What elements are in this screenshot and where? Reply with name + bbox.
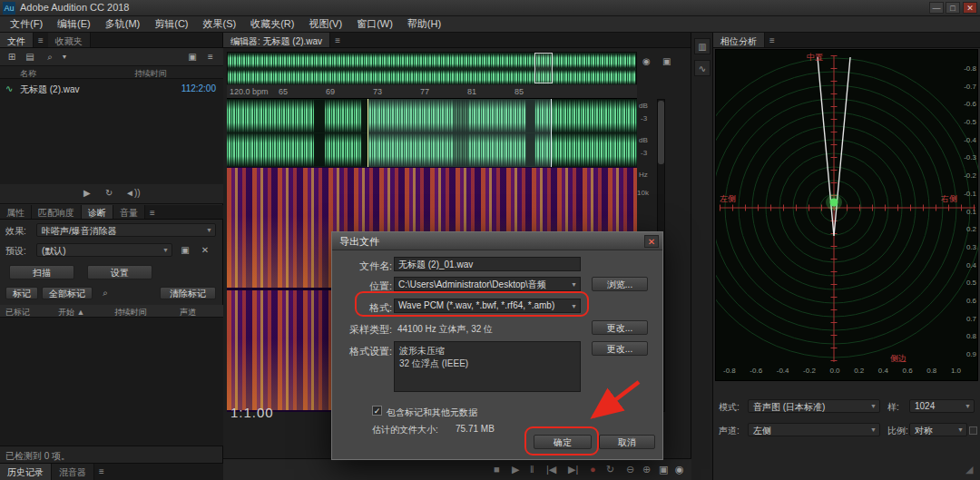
samples-select[interactable]: 1024 ▼: [909, 399, 975, 413]
chevron-down-icon: ▼: [957, 426, 964, 433]
format-label: 格式:: [336, 301, 392, 315]
maximize-button[interactable]: □: [946, 2, 960, 14]
files-panel: 文件 ≡ 收藏夹 ⊞ ▤ ⌕ ▼ ▣ ≡ 名称 持续时间 ∿ 无标题 (2).w…: [0, 33, 223, 480]
zoom-full-icon[interactable]: ◉: [675, 464, 684, 475]
dialog-close-icon[interactable]: ✕: [644, 235, 659, 248]
zoom-selection-icon[interactable]: ▣: [659, 464, 668, 475]
minimize-button[interactable]: —: [929, 2, 944, 14]
skip-back-icon[interactable]: |◀: [546, 464, 556, 475]
menu-item-1[interactable]: 文件(F): [4, 15, 49, 33]
zoom-in-icon[interactable]: ⊕: [642, 464, 651, 475]
waveform-silence-gap: [314, 133, 325, 166]
overview-view-indicator[interactable]: [534, 53, 553, 83]
settings-button[interactable]: 设置: [87, 265, 152, 279]
diagnostics-list[interactable]: [0, 318, 223, 446]
phase-y-axis: -0.8-0.7-0.6-0.5-0.4-0.3-0.2-0.10.10.20.…: [962, 64, 976, 358]
vertical-scrollbar-handle[interactable]: [658, 101, 664, 164]
panel-menu-icon[interactable]: ≡: [330, 33, 345, 47]
panel-menu-icon[interactable]: ≡: [34, 33, 48, 47]
pause-icon[interactable]: ‖: [530, 464, 534, 475]
change-sample-type-button[interactable]: 更改...: [592, 320, 648, 335]
search-dropdown-icon[interactable]: ▼: [57, 51, 72, 64]
loop-icon[interactable]: ↻: [105, 188, 113, 198]
play-icon[interactable]: ▶: [512, 464, 519, 475]
mode-select[interactable]: 音声图 (日本标准) ▼: [748, 399, 880, 413]
menu-item-9[interactable]: 帮助(H): [401, 15, 447, 33]
skip-forward-icon[interactable]: ▶|: [568, 464, 578, 475]
include-markers-checkbox[interactable]: ✓: [372, 406, 382, 416]
menu-item-6[interactable]: 收藏夹(R): [244, 15, 300, 33]
close-button[interactable]: ✕: [963, 2, 977, 14]
open-folder-icon[interactable]: ▤: [23, 51, 37, 64]
save-preset-icon[interactable]: ▣: [178, 244, 192, 257]
menu-item-3[interactable]: 多轨(M): [99, 15, 147, 33]
file-row[interactable]: ∿ 无标题 (2).wav 112:2:00: [0, 83, 223, 96]
search-marks-icon[interactable]: ⌕: [98, 287, 113, 299]
browse-button[interactable]: 浏览...: [592, 277, 648, 291]
import-file-icon[interactable]: ⊞: [5, 51, 19, 64]
tab-phase-analysis[interactable]: 相位分析: [713, 33, 765, 47]
volume-icon[interactable]: ◄)): [125, 188, 141, 198]
menu-item-8[interactable]: 窗口(W): [350, 15, 399, 33]
loop-playback-icon[interactable]: ↻: [606, 464, 614, 475]
menu-item-4[interactable]: 剪辑(C): [148, 15, 194, 33]
delete-preset-icon[interactable]: ✕: [198, 244, 212, 257]
tools-tab-2[interactable]: 匹配响度: [32, 205, 82, 219]
tab-files[interactable]: 文件: [0, 33, 34, 47]
file-name: 无标题 (2).wav: [20, 83, 80, 96]
change-format-settings-button[interactable]: 更改...: [592, 341, 648, 356]
ok-button[interactable]: 确定: [534, 435, 592, 449]
tab-favorites[interactable]: 收藏夹: [48, 33, 91, 47]
amplitude-statistics-icon[interactable]: ∿: [694, 60, 710, 76]
zoom-out-icon[interactable]: ⊖: [626, 464, 634, 475]
tools-tab-3[interactable]: 诊断: [82, 205, 113, 219]
channel-value: 左侧: [753, 426, 771, 436]
mark-all-button[interactable]: 全部标记: [42, 287, 93, 299]
tab-history[interactable]: 历史记录: [0, 464, 52, 480]
location-select[interactable]: C:\Users\Administrator\Desktop\音频 ▼: [394, 277, 581, 291]
phase-y-label-13: 0.5: [962, 279, 976, 287]
preset-select[interactable]: (默认) ▼: [36, 243, 172, 257]
panel-menu-icon[interactable]: ≡: [94, 464, 109, 480]
menu-item-2[interactable]: 编辑(E): [51, 15, 97, 33]
menu-item-5[interactable]: 效果(S): [197, 15, 243, 33]
toolbar-menu-icon[interactable]: ≡: [203, 51, 218, 64]
phase-y-label-6: -0.3: [962, 153, 976, 162]
tab-editor[interactable]: 编辑器: 无标题 (2).wav: [223, 33, 330, 47]
clear-marks-button[interactable]: 清除标记: [160, 287, 216, 299]
tools-tab-4[interactable]: 音量: [113, 205, 145, 219]
scale-select[interactable]: 对称 ▼: [909, 423, 967, 436]
play-icon[interactable]: ▶: [83, 188, 91, 198]
record-icon[interactable]: ●: [590, 464, 596, 475]
phase-option-checkbox[interactable]: [969, 426, 977, 435]
scan-button[interactable]: 扫描: [9, 265, 74, 279]
db-scale-value: -3: [641, 149, 647, 157]
format-settings-line2: 32 位浮点 (IEEE): [399, 358, 575, 370]
overview-waveform[interactable]: [227, 52, 637, 84]
cancel-button[interactable]: 取消: [599, 435, 655, 449]
insert-multitrack-icon[interactable]: ▣: [185, 51, 200, 64]
phase-y-label-17: 0.9: [962, 350, 976, 358]
frequency-analysis-icon[interactable]: ▥: [694, 38, 710, 54]
overview-options-icon[interactable]: ▣: [662, 56, 671, 66]
panel-menu-icon[interactable]: ≡: [765, 33, 779, 47]
effect-row: 效果: 咔嗒声/爆音消除器 ▼: [0, 223, 223, 240]
channel-select[interactable]: 左侧 ▼: [748, 423, 880, 436]
tab-mixer[interactable]: 混音器: [52, 464, 94, 480]
timeline-ruler[interactable]: 120.0 bpm 656973778185: [227, 85, 637, 99]
format-select[interactable]: Wave PCM (*.wav, *.bwf, *.rf64, *.amb) ▼: [394, 299, 581, 313]
filename-input[interactable]: 无标题 (2)_01.wav: [394, 257, 581, 271]
files-transport: ▶ ↻ ◄)): [0, 184, 223, 204]
zoom-full-icon[interactable]: ◉: [642, 56, 651, 66]
menu-item-7[interactable]: 视图(V): [302, 15, 348, 33]
tools-tab-1[interactable]: 属性: [0, 205, 32, 219]
panel-menu-icon[interactable]: ≡: [145, 205, 160, 219]
mark-button[interactable]: 标记: [5, 287, 38, 299]
stop-icon[interactable]: ■: [494, 464, 500, 475]
effect-select[interactable]: 咔嗒声/爆音消除器 ▼: [36, 223, 216, 237]
search-icon[interactable]: ⌕: [43, 51, 57, 64]
waveform-display[interactable]: [227, 99, 637, 167]
playhead[interactable]: [368, 99, 368, 167]
selection-region[interactable]: [368, 99, 552, 167]
resize-grip-icon[interactable]: ◢: [965, 464, 973, 475]
